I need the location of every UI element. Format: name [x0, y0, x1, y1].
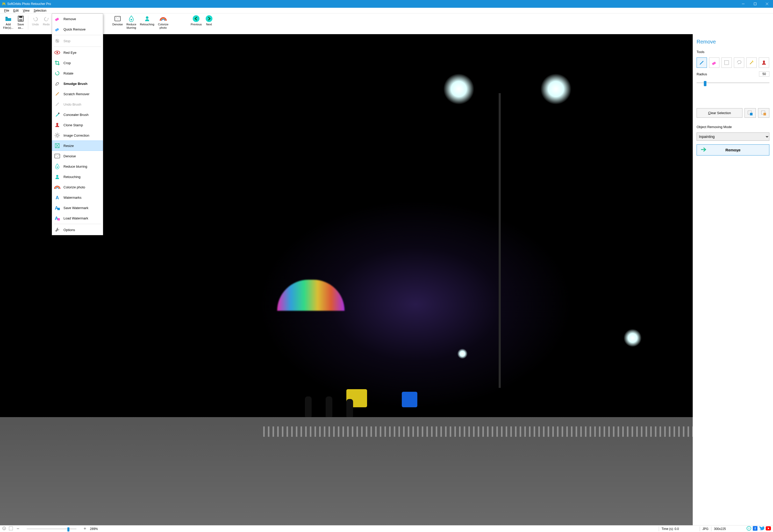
dropdown-item-quick-remove[interactable]: Quick Remove	[52, 24, 103, 34]
svg-rect-52	[750, 113, 753, 115]
dropdown-item-red-eye[interactable]: Red Eye	[52, 47, 103, 58]
colorize-button[interactable]: Colorize photo	[156, 14, 170, 30]
dropdown-item-image-correction[interactable]: Image Correction	[52, 130, 103, 141]
save-as-button[interactable]: Save as...	[16, 14, 26, 30]
svg-line-30	[55, 134, 56, 134]
close-button[interactable]	[761, 0, 773, 8]
tools-label: Tools	[697, 50, 769, 54]
status-dimensions: 300x225	[714, 527, 726, 531]
zoom-slider[interactable]	[23, 527, 80, 531]
rainbow-icon	[54, 184, 60, 190]
svg-point-20	[56, 52, 58, 53]
rotate-icon	[54, 70, 60, 76]
dropdown-item-load-watermark[interactable]: ALoad Watermark	[52, 213, 103, 223]
dropdown-item-label: Crop	[63, 61, 71, 65]
menu-file[interactable]: File	[2, 8, 11, 13]
svg-text:1: 1	[4, 527, 5, 530]
dropdown-item-options[interactable]: Options	[52, 225, 103, 235]
dropdown-item-retouching[interactable]: Retouching	[52, 172, 103, 182]
tool-stamp[interactable]	[759, 57, 769, 68]
dropdown-item-smudge-brush[interactable]: Smudge Brush	[52, 78, 103, 89]
fit-actual-icon[interactable]: 1	[2, 526, 6, 531]
dropdown-item-watermarks[interactable]: AWatermarks	[52, 192, 103, 203]
menu-view[interactable]: View	[21, 8, 32, 13]
dropdown-item-save-watermark[interactable]: ASave Watermark	[52, 203, 103, 213]
dropdown-item-reduce-blurring[interactable]: Reduce blurring	[52, 161, 103, 172]
toolbar-label: Colorize photo	[158, 23, 168, 29]
smudge-icon	[54, 80, 60, 87]
reduce-blurring-button[interactable]: Reduce blurring	[125, 14, 138, 30]
twitter-icon[interactable]	[759, 526, 764, 531]
radius-label: Radius	[697, 72, 707, 76]
svg-point-9	[118, 19, 118, 19]
svg-rect-7	[115, 16, 120, 21]
dropdown-item-scratch-remover[interactable]: Scratch Remover	[52, 89, 103, 99]
dropdown-item-rotate[interactable]: Rotate	[52, 68, 103, 78]
facebook-icon[interactable]: f	[753, 526, 757, 531]
dropdown-item-colorize-photo[interactable]: Colorize photo	[52, 182, 103, 192]
tool-marker[interactable]	[697, 57, 707, 68]
add-files-button[interactable]: Add File(s)...	[2, 14, 15, 30]
denoise-icon	[114, 15, 121, 22]
menu-edit[interactable]: Edit	[11, 8, 21, 13]
remove-button[interactable]: Remove	[697, 144, 769, 156]
stop-icon	[54, 38, 60, 44]
fit-screen-icon[interactable]	[9, 526, 13, 531]
svg-point-50	[763, 61, 765, 62]
tool-eraser[interactable]	[709, 57, 719, 68]
youtube-icon[interactable]	[766, 526, 771, 531]
titlebar: SoftOrbits Photo Retoucher Pro	[0, 0, 773, 8]
toolbar-label: Retouching	[140, 23, 154, 26]
dropdown-item-label: Denoise	[63, 154, 76, 158]
dropdown-item-label: Smudge Brush	[63, 82, 87, 86]
svg-text:i: i	[748, 527, 749, 530]
radius-slider[interactable]	[697, 80, 769, 85]
zoom-in-icon[interactable]: +	[83, 526, 87, 531]
tool-lasso[interactable]	[734, 57, 744, 68]
svg-rect-47	[725, 61, 729, 65]
canvas[interactable]	[0, 34, 693, 525]
svg-rect-6	[19, 19, 22, 21]
radius-value[interactable]: 50	[759, 71, 769, 77]
svg-line-31	[58, 137, 59, 137]
save-selection-button[interactable]	[745, 108, 756, 118]
crop-icon	[54, 60, 60, 66]
svg-point-36	[56, 155, 56, 156]
tool-magic-wand[interactable]	[746, 57, 757, 68]
undo-button[interactable]: Undo	[30, 14, 41, 27]
next-button[interactable]: Next	[204, 14, 214, 27]
redo-button[interactable]: Redo	[41, 14, 52, 27]
face-icon	[54, 174, 60, 180]
maximize-button[interactable]	[749, 0, 761, 8]
clear-selection-button[interactable]: Clear Selection	[697, 108, 742, 118]
zoom-out-icon[interactable]: −	[16, 526, 20, 531]
dropdown-item-label: Scratch Remover	[63, 92, 89, 96]
load-selection-button[interactable]	[758, 108, 769, 118]
retouching-button[interactable]: Retouching	[138, 14, 156, 27]
sun-icon	[54, 132, 60, 138]
tool-rect-select[interactable]	[721, 57, 732, 68]
toolbar-label: Add File(s)...	[3, 23, 13, 29]
menu-selection[interactable]: Selection	[32, 8, 48, 13]
toolbar-label: Undo	[32, 23, 39, 26]
dropdown-item-concealer-brush[interactable]: Concealer Brush	[52, 109, 103, 120]
svg-rect-54	[763, 113, 766, 115]
window-title: SoftOrbits Photo Retoucher Pro	[7, 2, 737, 6]
minimize-button[interactable]	[737, 0, 749, 8]
dropdown-item-remove[interactable]: Remove	[52, 14, 103, 24]
previous-button[interactable]: Previous	[189, 14, 204, 27]
dropdown-item-resize[interactable]: Resize	[52, 141, 103, 151]
denoise-button[interactable]: Denoise	[111, 14, 124, 27]
brush-icon	[54, 91, 60, 97]
status-time: Time (s): 0.0	[662, 527, 679, 531]
mode-select[interactable]: Inpainting	[697, 132, 769, 141]
undo-icon	[32, 15, 39, 22]
letter-a-save-icon: A	[54, 205, 60, 211]
svg-point-14	[206, 15, 213, 22]
drop-icon	[54, 163, 60, 169]
toolbar: Add File(s)... Save as... Undo Redo Deno…	[0, 13, 773, 34]
info-icon[interactable]: i	[747, 526, 751, 531]
dropdown-item-crop[interactable]: Crop	[52, 58, 103, 68]
dropdown-item-denoise[interactable]: Denoise	[52, 151, 103, 161]
dropdown-item-clone-stamp[interactable]: Clone Stamp	[52, 120, 103, 130]
